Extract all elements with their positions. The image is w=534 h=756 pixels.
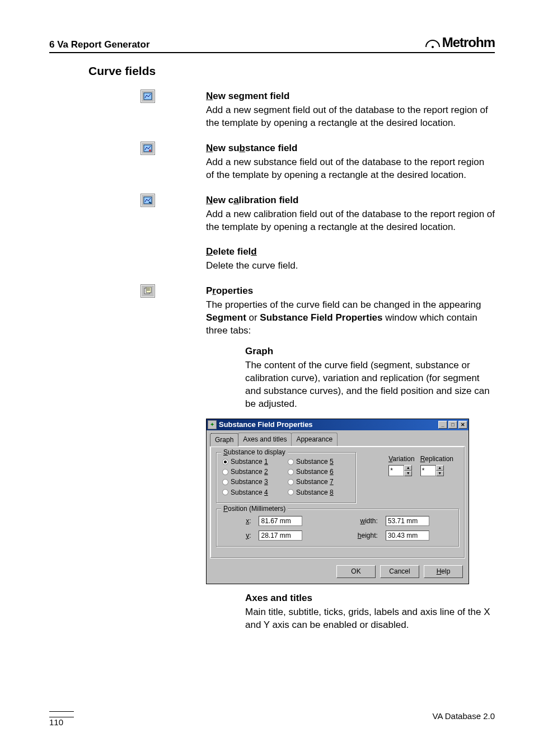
brand-logo-icon <box>425 37 441 48</box>
calibration-field-icon <box>141 194 154 206</box>
ok-button[interactable]: OK <box>336 565 376 578</box>
section-label: 6 Va Report Generator <box>49 39 150 50</box>
replication-input[interactable] <box>420 465 436 476</box>
substance-radio-4[interactable]: Substance 4 <box>222 488 284 497</box>
cancel-button[interactable]: Cancel <box>380 565 419 578</box>
down-arrow-icon[interactable]: ▼ <box>436 471 444 476</box>
svg-point-3 <box>149 149 151 152</box>
brand: Metrohm <box>425 35 495 50</box>
down-arrow-icon[interactable]: ▼ <box>404 471 412 476</box>
radio-icon <box>222 489 228 495</box>
position-group: Position (Millimeters) x: width: y: heig… <box>216 509 459 547</box>
tab-body-graph: The content of the curve field (segment,… <box>245 359 495 411</box>
dialog-title: Substance Field Properties <box>219 420 438 430</box>
minimize-icon[interactable]: _ <box>438 421 447 429</box>
substance-radio-5[interactable]: Substance 5 <box>288 457 350 466</box>
x-label: x: <box>222 516 251 525</box>
variation-input[interactable] <box>388 465 404 476</box>
tab-name-graph: Graph <box>245 345 495 358</box>
close-icon[interactable]: ✕ <box>458 421 467 429</box>
cmd-heading: Delete field <box>206 246 257 257</box>
radio-icon <box>288 489 294 495</box>
product-name: VA Database 2.0 <box>433 711 495 727</box>
substance-radio-7[interactable]: Substance 7 <box>288 477 350 486</box>
group-title: Position (Millimeters) <box>221 504 288 513</box>
radio-icon <box>288 469 294 475</box>
group-title: Substance to display <box>221 448 288 457</box>
height-label: height: <box>334 531 378 540</box>
page-number: 110 <box>49 711 74 727</box>
variation-label: Variation <box>388 454 414 463</box>
tab-appearance[interactable]: Appearance <box>291 433 338 446</box>
substance-radio-8[interactable]: Substance 8 <box>288 488 350 497</box>
body-text: Delete the curve field. <box>206 260 495 273</box>
width-field[interactable] <box>386 516 429 526</box>
body-text: Add a new segment field out of the datab… <box>206 104 495 130</box>
substance-group: Substance to display Substance 1Substanc… <box>216 452 356 503</box>
substance-radio-3[interactable]: Substance 3 <box>222 477 284 486</box>
segment-field-icon <box>141 90 154 102</box>
substance-radio-1[interactable]: Substance 1 <box>222 457 284 466</box>
page-header: 6 Va Report Generator Metrohm <box>49 35 495 53</box>
properties-icon <box>141 285 154 297</box>
help-button[interactable]: Help <box>424 565 463 578</box>
body-text: Add a new substance field out of the dat… <box>206 156 495 182</box>
replication-label: Replication <box>420 454 453 463</box>
up-arrow-icon[interactable]: ▲ <box>404 465 412 471</box>
dialog-titlebar: ✦ Substance Field Properties _ □ ✕ <box>207 419 469 430</box>
body-text: Add a new calibration field out of the d… <box>206 208 495 234</box>
page-subtitle: Curve fields <box>88 64 495 78</box>
cmd-heading: New substance field <box>206 143 297 153</box>
tab-body-axes: Main title, subtitle, ticks, grids, labe… <box>245 606 495 632</box>
y-field[interactable] <box>259 530 302 541</box>
tab-graph[interactable]: Graph <box>210 433 238 447</box>
height-field[interactable] <box>386 530 429 541</box>
app-icon: ✦ <box>208 420 217 429</box>
svg-point-0 <box>432 46 434 48</box>
dialog-tabs: Graph Axes and titles Appearance <box>207 430 469 446</box>
radio-icon <box>288 459 294 465</box>
brand-text: Metrohm <box>442 35 495 50</box>
cmd-heading: New calibration field <box>206 195 298 205</box>
x-field[interactable] <box>259 516 302 526</box>
radio-icon <box>222 459 228 465</box>
radio-icon <box>222 469 228 475</box>
substance-field-dialog: ✦ Substance Field Properties _ □ ✕ Graph… <box>206 419 469 584</box>
radio-icon <box>222 479 228 485</box>
maximize-icon[interactable]: □ <box>448 421 457 429</box>
variation-stepper[interactable]: ▲▼ <box>388 465 414 476</box>
tab-axes[interactable]: Axes and titles <box>238 433 292 446</box>
up-arrow-icon[interactable]: ▲ <box>436 465 444 471</box>
y-label: y: <box>222 531 251 540</box>
cmd-heading: New segment field <box>206 91 289 101</box>
tab-name-axes: Axes and titles <box>245 592 495 605</box>
substance-radio-6[interactable]: Substance 6 <box>288 467 350 476</box>
cmd-heading: Properties <box>206 285 253 296</box>
substance-radio-2[interactable]: Substance 2 <box>222 467 284 476</box>
radio-icon <box>288 479 294 485</box>
substance-field-icon <box>141 142 154 154</box>
replication-stepper[interactable]: ▲▼ <box>420 465 453 476</box>
width-label: width: <box>334 516 378 525</box>
properties-desc: The properties of the curve field can be… <box>206 299 495 337</box>
